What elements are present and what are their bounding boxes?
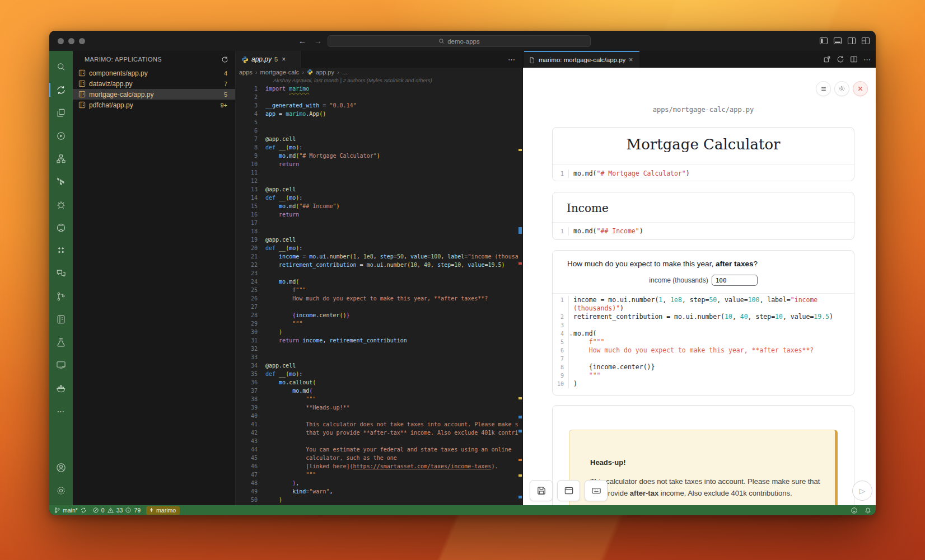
reload-icon[interactable] [837, 55, 844, 63]
sidebar-item-components[interactable]: components/app.py 4 [73, 68, 235, 78]
callout-heading: Heads-up! [590, 457, 824, 469]
git-branch-status[interactable]: main* [54, 506, 87, 514]
diamonds-view-icon[interactable] [49, 239, 73, 262]
code-line: 36 mo.callout( [236, 378, 518, 387]
code-line: 1mo.md("## Income") [553, 227, 846, 236]
marimo-status-item[interactable]: marimo [146, 506, 180, 515]
errors-icon [92, 507, 99, 514]
play-icon: ▷ [859, 487, 865, 495]
code-line: 8def __(mo): [236, 143, 518, 152]
marimo-webview: apps/mortgage-calc/app.py Mortgage Calcu… [523, 68, 876, 505]
close-tab-icon[interactable]: × [282, 55, 286, 63]
run-all-button[interactable]: ▷ [852, 481, 872, 501]
breadcrumb-file[interactable]: app.py [316, 69, 334, 76]
code-line: 19@app.cell [236, 236, 518, 244]
command-center-search[interactable]: demo-apps [328, 35, 591, 47]
tab-marimo-webview[interactable]: marimo: mortgage-calc/app.py × [524, 51, 639, 68]
copies-view-icon[interactable] [49, 101, 73, 124]
feedback-smiley-icon[interactable] [851, 507, 858, 514]
traffic-lights [58, 38, 85, 44]
notebook-view-icon[interactable] [49, 308, 73, 331]
github-view-icon[interactable] [49, 216, 73, 239]
overview-ruler-mark [518, 459, 522, 461]
code-line: 38 """ [236, 395, 518, 403]
close-window-button[interactable] [58, 38, 64, 44]
more-views-icon[interactable]: ⋯ [49, 399, 73, 422]
zoom-window-button[interactable] [79, 38, 85, 44]
forward-icon[interactable]: → [314, 36, 322, 45]
beaker-view-icon[interactable] [49, 331, 73, 354]
overview-ruler-mark [518, 474, 522, 477]
problems-status[interactable]: 0 33 79 [92, 507, 141, 514]
keyboard-shortcuts-button[interactable] [585, 480, 608, 501]
cell-code[interactable]: 1mo.md("# Mortgage Calculator") [553, 164, 854, 181]
comments-view-icon[interactable] [49, 262, 73, 285]
info-icon [125, 507, 132, 514]
settings-gear-icon[interactable] [49, 479, 73, 502]
breadcrumb-folder[interactable]: mortgage-calc [260, 69, 300, 76]
back-icon[interactable]: ← [298, 36, 306, 45]
code-line: 1mo.md("# Mortgage Calculator") [553, 170, 846, 178]
overview-ruler[interactable] [518, 84, 522, 505]
file-label: components/app.py [89, 69, 148, 77]
toggle-secondary-sidebar-icon[interactable] [847, 36, 856, 45]
docker-view-icon[interactable] [49, 377, 73, 399]
shutdown-icon[interactable] [853, 81, 868, 96]
income-number-input[interactable] [712, 275, 758, 286]
code-line: 50 ) [236, 496, 518, 504]
code-line: 17 [236, 219, 518, 227]
cell-code[interactable]: 1mo.md("## Income") [553, 222, 854, 240]
hierarchy-view-icon[interactable] [49, 147, 73, 170]
tab-bar: app.py 5 × ⋯ [236, 51, 522, 68]
status-bar: main* 0 33 79 marimo [49, 505, 876, 515]
code-line: 2 [236, 93, 518, 101]
remote-explorer-view-icon[interactable] [49, 354, 73, 377]
save-button[interactable] [530, 480, 553, 501]
marimo-view-icon[interactable] [49, 78, 73, 101]
app-file-path: apps/mortgage-calc/app.py [552, 106, 854, 114]
tab-app-py[interactable]: app.py 5 × [236, 51, 301, 68]
open-browser-button[interactable] [557, 480, 580, 501]
marimo-panel-group: marimo: mortgage-calc/app.py × ⋯ ap [522, 51, 876, 505]
rust-view-icon[interactable] [49, 193, 73, 216]
terraform-view-icon[interactable] [49, 170, 73, 193]
git-graph-view-icon[interactable] [49, 285, 73, 308]
problem-badge: 7 [224, 81, 227, 87]
code-line: 2retirement_contribution = mo.ui.number(… [553, 313, 854, 321]
desktop-wallpaper: ← → demo-apps [0, 0, 925, 560]
overview-ruler-mark [518, 227, 522, 234]
sidebar-item-mortgage-calc[interactable]: mortgage-calc/app.py 5 [73, 89, 235, 100]
panel-actions: ⋯ [823, 51, 871, 68]
breadcrumb-apps[interactable]: apps [239, 69, 253, 76]
editor-actions-more-icon[interactable]: ⋯ [508, 51, 516, 68]
warning-count: 33 [116, 507, 123, 514]
code-editor[interactable]: Akshay Agrawal, last month | 2 authors (… [236, 76, 522, 505]
code-line: 31 return income, retirement_contributio… [236, 336, 518, 345]
code-line: 10 return [236, 160, 518, 168]
minimize-window-button[interactable] [68, 38, 74, 44]
open-external-icon[interactable] [823, 55, 831, 63]
code-line: 3 [553, 321, 854, 330]
code-line: 46 [linked here](https://smartasset.com/… [236, 462, 518, 470]
close-tab-icon[interactable]: × [629, 56, 633, 64]
toggle-sidebar-icon[interactable] [819, 36, 828, 45]
code-line: 28 {income.center()} [236, 311, 518, 319]
customize-layout-icon[interactable] [861, 36, 870, 45]
breadcrumb-symbol[interactable]: … [342, 69, 348, 76]
vscode-window: ← → demo-apps [49, 31, 876, 515]
toggle-panel-icon[interactable] [833, 36, 842, 45]
search-view-icon[interactable] [49, 55, 73, 78]
warnings-icon [107, 507, 114, 514]
run-view-icon[interactable] [49, 124, 73, 147]
account-icon[interactable] [49, 456, 73, 479]
more-actions-icon[interactable]: ⋯ [863, 55, 871, 64]
sidebar-item-pdfchat[interactable]: pdfchat/app.py 9+ [73, 100, 235, 110]
titlebar: ← → demo-apps [49, 31, 876, 51]
code-line: 47 """ [236, 470, 518, 479]
search-icon [438, 38, 445, 44]
refresh-icon[interactable] [221, 56, 228, 63]
notifications-bell-icon[interactable] [865, 507, 871, 514]
cell-code[interactable]: 1income = mo.ui.number(1, 1e8, step=50, … [553, 293, 854, 390]
split-editor-icon[interactable] [850, 55, 858, 63]
sidebar-item-dataviz[interactable]: dataviz/app.py 7 [73, 78, 235, 89]
